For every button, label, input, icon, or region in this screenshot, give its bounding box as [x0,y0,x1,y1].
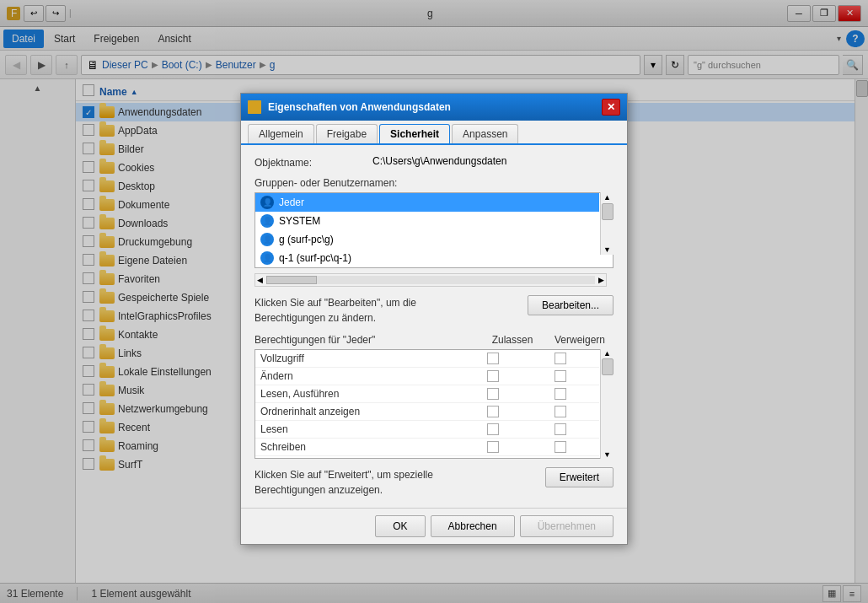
perm-allow-check[interactable] [459,388,527,400]
deny-checkbox[interactable] [555,423,566,435]
user-item-q1[interactable]: 👤 q-1 (surf-pc\q-1) [255,249,599,267]
tab-anpassen[interactable]: Anpassen [452,124,518,143]
horiz-scrollbar[interactable]: ◀ ▶ [255,273,607,287]
user-name: Jeder [279,197,304,208]
advanced-row: Klicken Sie auf "Erweitert", um speziell… [255,467,613,498]
allow-checkbox[interactable] [487,370,499,382]
perm-deny-check[interactable] [527,423,594,435]
edit-description-text: Klicken Sie auf "Bearbeiten", um dieBere… [255,295,521,326]
perm-allow-check[interactable] [459,423,527,435]
allow-checkbox[interactable] [487,406,499,417]
user-icon: 👤 [260,196,274,209]
user-item-system[interactable]: 👤 SYSTEM [255,212,599,230]
modal-title-bar: Eigenschaften von Anwendungsdaten ✕ [241,94,627,121]
users-container: 👤 Jeder 👤 SYSTEM 👤 g (surf-pc\g) 👤 q-1 (… [255,192,613,268]
perm-name: Ordnerinhalt anzeigen [260,406,459,417]
advanced-description: Klicken Sie auf "Erweitert", um speziell… [255,467,538,498]
edit-button[interactable]: Bearbeiten... [528,295,613,315]
deny-checkbox[interactable] [555,406,566,417]
scrollbar-thumb [602,203,613,220]
modal-title-text: Eigenschaften von Anwendungsdaten [268,101,451,113]
allow-checkbox[interactable] [487,423,499,435]
properties-dialog: Eigenschaften von Anwendungsdaten ✕ Allg… [240,93,628,545]
deny-checkbox[interactable] [555,353,566,364]
svg-rect-2 [248,100,261,114]
perm-name: Schreiben [260,441,459,453]
perm-allow-check[interactable] [459,353,527,364]
modal-overlay: Eigenschaften von Anwendungsdaten ✕ Allg… [0,0,868,603]
perm-item-schreiben: Schreiben [255,439,599,456]
tab-freigabe[interactable]: Freigabe [316,124,378,143]
permissions-section: Berechtigungen für "Jeder" Zulassen Verw… [255,334,613,459]
perm-scrollbar[interactable]: ▲ ▼ [600,349,613,459]
cancel-button[interactable]: Abbrechen [431,515,515,537]
user-actions-row: ◀ ▶ [255,273,613,287]
edit-row: Klicken Sie auf "Bearbeiten", um dieBere… [255,295,613,326]
ok-button[interactable]: OK [375,515,425,537]
horiz-scroll-left[interactable]: ◀ [255,276,265,284]
perm-deny-header: Verweigern [546,334,613,346]
deny-checkbox[interactable] [555,441,566,453]
perm-list-wrapper: Vollzugriff Ändern Lesen, Ausführen [255,349,613,459]
click-advanced-text: Klicken Sie auf "Erweitert", um speziell… [255,469,433,496]
perm-deny-check[interactable] [527,388,594,400]
users-scrollbar[interactable]: ▲ ▼ [600,192,613,255]
tab-allgemein[interactable]: Allgemein [248,124,314,143]
perm-header-label: Berechtigungen für "Jeder" [255,334,479,346]
perm-deny-check[interactable] [527,441,594,453]
horiz-scroll-track [266,276,595,284]
horiz-scroll-thumb [266,276,317,284]
perm-item-lesen-ausfuhren: Lesen, Ausführen [255,385,599,403]
apply-button[interactable]: Übernehmen [520,515,613,537]
user-icon: 👤 [260,251,274,265]
object-name-row: Objektname: C:\Users\g\Anwendungsdaten [255,155,613,169]
scroll-up-icon[interactable]: ▲ [601,192,613,202]
modal-title-icon [248,100,261,114]
users-section-label: Gruppen- oder Benutzernamen: [255,177,613,189]
object-name-label: Objektname: [255,155,372,169]
perm-scroll-down[interactable]: ▼ [601,450,613,459]
modal-body: Objektname: C:\Users\g\Anwendungsdaten G… [241,145,627,508]
perm-allow-check[interactable] [459,406,527,417]
advanced-button[interactable]: Erweitert [545,467,613,487]
perm-name: Lesen [260,423,459,435]
modal-close-button[interactable]: ✕ [602,99,620,116]
object-name-value: C:\Users\g\Anwendungsdaten [372,155,613,167]
perm-item-andern: Ändern [255,368,599,385]
perm-name: Vollzugriff [260,353,459,364]
user-name: g (surf-pc\g) [279,234,334,245]
perm-scroll-thumb [602,358,613,375]
horiz-scroll-right[interactable]: ▶ [597,276,606,284]
user-icon: 👤 [260,233,274,246]
allow-checkbox[interactable] [487,388,499,400]
perm-name: Ändern [260,370,459,382]
perm-deny-check[interactable] [527,353,594,364]
perm-allow-header: Zulassen [479,334,546,346]
perm-name: Lesen, Ausführen [260,388,459,400]
perm-header: Berechtigungen für "Jeder" Zulassen Verw… [255,334,613,346]
perm-scroll-up[interactable]: ▲ [601,349,613,358]
perm-deny-check[interactable] [527,370,594,382]
perm-item-vollzugriff: Vollzugriff [255,350,599,368]
click-edit-text: Klicken Sie auf "Bearbeiten", um dieBere… [255,297,416,324]
perm-allow-check[interactable] [459,370,527,382]
deny-checkbox[interactable] [555,388,566,400]
user-list[interactable]: 👤 Jeder 👤 SYSTEM 👤 g (surf-pc\g) 👤 q-1 (… [255,192,613,268]
user-item-jeder[interactable]: 👤 Jeder [255,193,599,212]
perm-item-ordnerinhalt: Ordnerinhalt anzeigen [255,403,599,421]
allow-checkbox[interactable] [487,441,499,453]
allow-checkbox[interactable] [487,353,499,364]
scroll-down-icon[interactable]: ▼ [601,245,613,255]
deny-checkbox[interactable] [555,370,566,382]
modal-tabs: Allgemein Freigabe Sicherheit Anpassen [241,121,627,145]
perm-deny-check[interactable] [527,406,594,417]
tab-sicherheit[interactable]: Sicherheit [379,124,450,145]
perm-allow-check[interactable] [459,441,527,453]
modal-footer: OK Abbrechen Übernehmen [241,508,627,544]
user-name: q-1 (surf-pc\q-1) [279,252,351,264]
user-item-g[interactable]: 👤 g (surf-pc\g) [255,230,599,249]
user-icon: 👤 [260,214,274,228]
perm-item-lesen: Lesen [255,421,599,439]
perm-list[interactable]: Vollzugriff Ändern Lesen, Ausführen [255,349,613,459]
user-name: SYSTEM [279,215,320,227]
